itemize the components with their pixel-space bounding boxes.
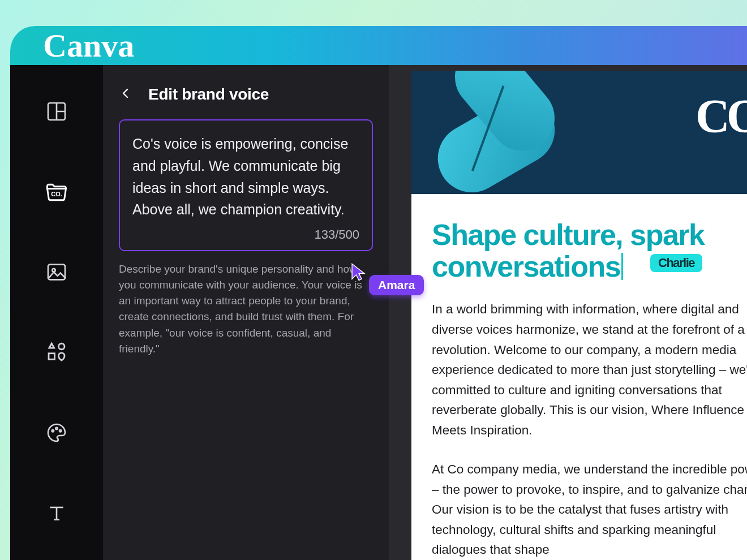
svg-rect-4 <box>48 265 65 280</box>
side-rail: CO. <box>10 65 103 560</box>
headline-line2: conversations <box>432 250 620 283</box>
document-page[interactable]: CO Shape culture, spark conversations Ch… <box>411 71 747 560</box>
character-counter: 133/500 <box>132 227 359 242</box>
collaborator-cursor: Amara <box>350 262 424 295</box>
document-paragraph[interactable]: In a world brimming with information, wh… <box>432 299 747 440</box>
hero-banner: CO <box>411 71 747 194</box>
svg-point-9 <box>55 428 57 429</box>
collaborator-name-label: Amara <box>369 275 424 295</box>
image-icon[interactable] <box>41 256 72 288</box>
panel-header: Edit brand voice <box>119 85 373 104</box>
helper-text: Describe your brand's unique personality… <box>119 261 373 357</box>
svg-point-10 <box>59 430 61 432</box>
document-body: Shape culture, spark conversations Charl… <box>411 194 747 560</box>
back-icon[interactable] <box>119 87 135 102</box>
svg-point-6 <box>59 343 65 350</box>
app-window: Canva CO. <box>10 26 747 560</box>
document-paragraph[interactable]: At Co company media, we understand the i… <box>432 459 747 560</box>
elements-icon[interactable] <box>41 337 72 368</box>
workspace: CO. <box>10 65 747 560</box>
palette-icon[interactable] <box>41 417 72 449</box>
svg-text:CO.: CO. <box>51 191 62 197</box>
brand-voice-text: Co's voice is empowering, concise and pl… <box>132 133 359 221</box>
svg-point-8 <box>52 430 54 432</box>
brand-voice-textarea[interactable]: Co's voice is empowering, concise and pl… <box>119 119 373 251</box>
templates-icon[interactable] <box>41 96 72 127</box>
brand-mark: CO <box>696 89 747 144</box>
svg-rect-7 <box>49 354 55 360</box>
collaborator-badge: Charlie <box>650 254 702 272</box>
text-caret <box>621 253 623 280</box>
brand-voice-panel: Edit brand voice Co's voice is empowerin… <box>103 65 389 560</box>
panel-title: Edit brand voice <box>148 85 269 104</box>
canvas[interactable]: CO Shape culture, spark conversations Ch… <box>389 65 747 560</box>
document-headline[interactable]: Shape culture, spark conversations Charl… <box>432 219 747 282</box>
headline-line1: Shape culture, spark <box>432 218 705 251</box>
brand-folder-icon[interactable]: CO. <box>41 176 72 208</box>
canva-logo: Canva <box>43 27 134 64</box>
titlebar: Canva <box>10 26 747 65</box>
text-icon[interactable] <box>41 497 72 529</box>
